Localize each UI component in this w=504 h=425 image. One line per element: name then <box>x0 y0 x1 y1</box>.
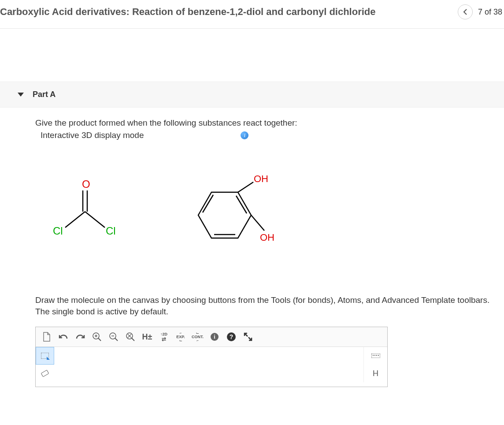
zoom-fit-button[interactable] <box>123 330 138 344</box>
help-button[interactable]: ? <box>224 330 239 344</box>
display-mode-row: Interactive 3D display mode i <box>35 130 495 140</box>
pager: 7 of 38 <box>458 4 504 19</box>
editor-toolbar: H± ↑2D ⇄ ⌐ EXP. ⌙ ⌙ CONT. ⌐ i ? <box>36 327 387 347</box>
undo-icon <box>58 332 69 341</box>
info-icon[interactable]: i <box>241 131 248 139</box>
atom-cl-left: Cl <box>53 225 63 237</box>
zoom-out-button[interactable] <box>106 330 121 344</box>
reagent-structures: O Cl Cl OH OH <box>35 140 495 295</box>
svg-line-21 <box>245 334 248 336</box>
svg-line-15 <box>115 338 118 341</box>
page-title: Carboxylic Acid derivatives: Reaction of… <box>0 6 376 18</box>
caret-down-icon <box>18 93 24 97</box>
info-button[interactable]: i <box>207 330 222 344</box>
editor-canvas[interactable]: H <box>36 347 387 387</box>
new-file-button[interactable] <box>39 330 54 344</box>
fullscreen-button[interactable] <box>241 330 256 344</box>
zoom-out-icon <box>109 332 119 342</box>
molecule-phosgene: O Cl Cl <box>44 175 123 255</box>
chevron-left-icon <box>463 9 468 15</box>
svg-line-9 <box>238 182 253 192</box>
molecule-catechol: OH OH <box>172 171 282 259</box>
ruler-tool[interactable] <box>364 347 387 365</box>
eraser-tool[interactable] <box>36 365 54 382</box>
redo-button[interactable] <box>73 330 88 344</box>
contract-button[interactable]: ⌙ CONT. ⌐ <box>190 330 205 344</box>
page-indicator: 7 of 38 <box>478 7 502 17</box>
marquee-icon <box>41 353 49 359</box>
h-toggle-label: H± <box>142 332 152 342</box>
atom-cl-right: Cl <box>106 225 116 237</box>
drawing-instructions: Draw the molecule on the canvas by choos… <box>35 295 495 327</box>
fullscreen-icon <box>244 332 252 341</box>
atom-o: O <box>82 178 90 190</box>
info-circle-icon: i <box>211 333 219 341</box>
svg-line-11 <box>98 338 101 341</box>
hydrogen-toggle-button[interactable]: H± <box>140 330 155 344</box>
svg-marker-4 <box>198 192 251 238</box>
eraser-icon <box>41 370 49 377</box>
view-2d-button[interactable]: ↑2D ⇄ <box>156 330 171 344</box>
spacer <box>0 29 504 82</box>
zoom-in-icon <box>92 332 102 342</box>
part-label: Part A <box>33 90 56 99</box>
atom-h-button[interactable]: H <box>364 365 387 382</box>
svg-line-22 <box>248 337 251 340</box>
page-header: Carboxylic Acid derivatives: Reaction of… <box>0 0 504 29</box>
right-tools: H <box>363 347 387 382</box>
redo-icon <box>75 332 85 341</box>
svg-line-2 <box>65 212 85 227</box>
file-icon <box>42 332 51 342</box>
expand-button[interactable]: ⌐ EXP. ⌙ <box>173 330 188 344</box>
marquee-tool[interactable] <box>36 347 54 365</box>
question-prompt: Give the product formed when the followi… <box>35 118 495 128</box>
molecule-editor: H± ↑2D ⇄ ⌐ EXP. ⌙ ⌙ CONT. ⌐ i ? <box>35 327 388 387</box>
prev-button[interactable] <box>458 4 473 19</box>
zoom-in-button[interactable] <box>89 330 104 344</box>
svg-line-18 <box>132 338 134 341</box>
atom-oh-bottom: OH <box>260 232 274 243</box>
display-mode-label: Interactive 3D display mode <box>41 130 144 140</box>
ruler-icon <box>371 354 380 358</box>
svg-line-3 <box>85 212 105 227</box>
undo-button[interactable] <box>56 330 71 344</box>
zoom-fit-icon <box>126 332 135 342</box>
svg-line-8 <box>251 215 264 231</box>
atom-oh-top: OH <box>254 173 268 184</box>
help-circle-icon: ? <box>227 332 236 341</box>
left-tools <box>36 347 54 382</box>
part-header[interactable]: Part A <box>0 82 504 108</box>
atom-h-label: H <box>373 369 378 378</box>
question-content: Give the product formed when the followi… <box>0 108 504 387</box>
